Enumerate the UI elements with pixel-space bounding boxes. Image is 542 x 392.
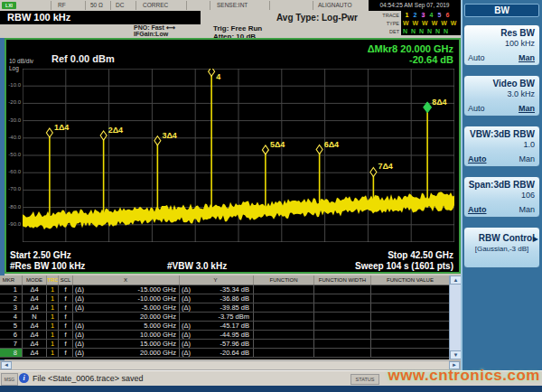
table-cell: 1 [47, 322, 59, 330]
softkey-res-bw[interactable]: Res BW 100 kHz AutoMan [463, 24, 540, 66]
spectrum-plot: 1Δ42Δ43Δ445Δ46Δ47Δ48Δ4 [23, 69, 454, 242]
trace-detectors: N N N N N N [401, 27, 461, 35]
scroll-up-button[interactable]: ▲ [450, 275, 461, 285]
table-cell: (Δ)-45.17 dB [180, 322, 254, 330]
table-cell: (Δ)15.000 GHz [73, 340, 180, 348]
table-cell: (Δ)10.000 GHz [73, 331, 180, 339]
table-cell: 4 [0, 313, 23, 321]
man-option[interactable]: Man [519, 53, 535, 62]
table-cell [314, 331, 371, 339]
table-cell: (Δ)-5.000 GHz [73, 303, 180, 312]
table-cell: 1 [47, 349, 59, 357]
y-axis-tick: -70.0 [6, 186, 21, 191]
svg-text:3Δ4: 3Δ4 [162, 131, 176, 140]
status-impedance: 50 Ω [90, 2, 103, 8]
table-cell: (Δ)-39.85 dB [180, 303, 254, 312]
divider [85, 1, 86, 10]
table-cell: N [23, 313, 47, 321]
table-cell [371, 285, 449, 294]
table-cell: (Δ)-44.95 dB [180, 331, 254, 339]
bottom-frame [0, 386, 542, 392]
table-cell: 20.000 GHz [73, 313, 180, 321]
auto-option[interactable]: Auto [468, 154, 487, 163]
svg-text:7Δ4: 7Δ4 [378, 162, 392, 171]
trace-number: 6 [444, 11, 452, 19]
msg-label: MSG [1, 373, 18, 386]
table-cell [314, 322, 371, 330]
status-label: STATUS [350, 374, 379, 385]
table-cell: Δ4 [23, 349, 47, 357]
auto-option[interactable]: Auto [468, 205, 487, 214]
trace-number: 1 [403, 11, 411, 19]
table-cell [314, 340, 371, 348]
table-cell [371, 322, 449, 330]
scale-label: 10 dB/div [9, 58, 33, 64]
table-cell [371, 340, 449, 348]
y-axis-tick: -30.0 [6, 117, 21, 123]
table-cell: f [59, 349, 73, 357]
table-cell [254, 294, 314, 303]
table-cell: f [59, 340, 73, 348]
status-coupling: DC [116, 2, 124, 8]
status-sense: SENSE:INT [217, 2, 248, 8]
auto-option[interactable]: Auto [468, 53, 485, 62]
man-option[interactable]: Man [519, 104, 535, 113]
table-cell: (Δ)-35.34 dB [180, 285, 254, 294]
table-cell: f [59, 285, 73, 294]
pno-arrow-icon: ⟷ [166, 24, 175, 31]
menu-title-bw: BW [464, 4, 539, 17]
scroll-left-button[interactable]: ◄ [1, 361, 12, 369]
table-cell [314, 313, 371, 321]
y-axis-tick: -60.0 [6, 169, 21, 174]
stop-freq-label: Stop 42.50 GHz [388, 250, 453, 260]
table-cell: Δ4 [23, 322, 47, 330]
ref-level-label: Ref 0.00 dBm [51, 53, 115, 64]
table-cell: Δ4 [23, 331, 47, 339]
table-cell: 3 [0, 303, 23, 312]
table-cell: (Δ)20.000 GHz [73, 349, 180, 357]
table-vertical-scrollbar[interactable]: ▲ ▼ [449, 275, 461, 359]
table-cell: (Δ)5.000 GHz [73, 322, 180, 330]
man-option[interactable]: Man [519, 205, 535, 214]
softkey-rbw-control[interactable]: RBW Control ▶ [Gaussian,-3 dB] [463, 227, 540, 268]
table-row: 8Δ41f(Δ)20.000 GHz(Δ)-20.64 dB [0, 349, 461, 358]
softkey-span-3db-rbw[interactable]: Span:3dB RBW 106 AutoMan [463, 176, 540, 218]
divider [186, 1, 187, 10]
info-icon: i [19, 373, 29, 383]
man-option[interactable]: Man [519, 154, 535, 163]
y-axis-tick: -20.0 [6, 99, 21, 105]
ifgain-label: IFGain:Low [134, 31, 168, 37]
table-cell: 1 [47, 285, 59, 294]
analyzer-screen: LXI RF 50 Ω DC CORREC SENSE:INT ALIGNAUT… [0, 0, 542, 392]
auto-option[interactable]: Auto [468, 104, 485, 113]
delta-marker-readout: ΔMkr8 20.000 GHz -20.64 dB [368, 43, 453, 65]
table-row: 2Δ41f(Δ)-10.000 GHz(Δ)-36.86 dB [0, 294, 461, 303]
watermark: www.cntronics.com [388, 367, 540, 385]
status-rf: RF [58, 2, 66, 8]
table-cell: f [59, 322, 73, 330]
table-cell [254, 340, 314, 348]
table-cell: Δ4 [23, 294, 47, 303]
scroll-down-button[interactable]: ▼ [450, 350, 461, 359]
y-axis-tick: -50.0 [6, 152, 21, 157]
softkey-video-bw[interactable]: Video BW 3.0 kHz AutoMan [463, 75, 540, 117]
column-header: FUNCTION VALUE [371, 275, 449, 285]
softkey-vbw-3db-rbw[interactable]: VBW:3dB RBW 1.0 AutoMan [463, 126, 540, 167]
table-cell: 8 [0, 349, 23, 357]
table-row: 4N1f20.000 GHz-3.75 dBm [0, 313, 461, 322]
table-cell: f [59, 313, 73, 321]
table-cell: 6 [0, 331, 23, 339]
svg-text:1Δ4: 1Δ4 [54, 123, 69, 132]
table-cell: Δ4 [23, 285, 47, 294]
divider [269, 1, 270, 10]
res-bw-label: #Res BW 100 kHz [10, 261, 85, 271]
trace-number: 5 [435, 11, 444, 19]
table-cell: Δ4 [23, 303, 47, 312]
table-cell: (Δ)-57.96 dB [180, 340, 254, 348]
table-cell: (Δ)-36.86 dB [180, 294, 254, 303]
svg-text:4: 4 [216, 72, 220, 81]
column-header: Y [180, 275, 254, 285]
divider [110, 1, 111, 10]
rbw-banner: RBW 100 kHz [0, 11, 201, 24]
svg-text:2Δ4: 2Δ4 [108, 126, 123, 135]
